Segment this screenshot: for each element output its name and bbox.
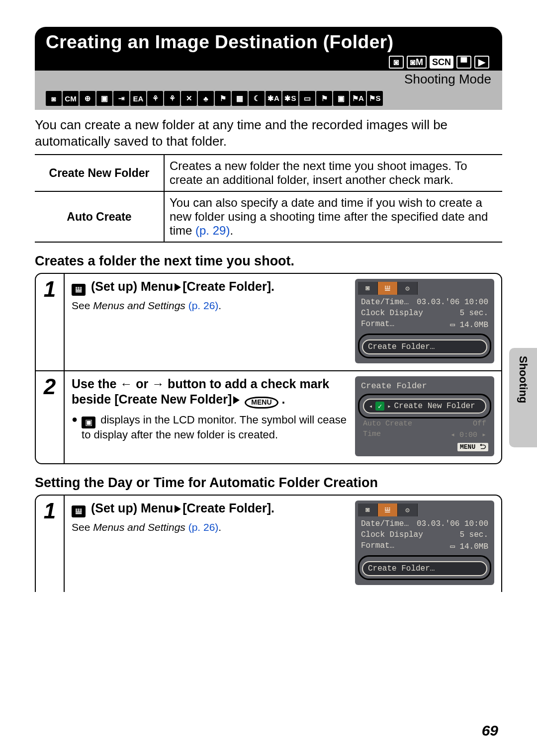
menu-button-icon: MENU [245,397,278,409]
step-title: 𝍎 (Set up) Menu[Create Folder]. [72,501,348,517]
strip-icon: ⚘ [147,91,163,106]
option-desc: You can also specify a date and time if … [164,191,502,242]
bullet-icon: ● [72,414,78,441]
steps-container: 1 𝍎 (Set up) Menu[Create Folder]. See Me… [35,273,502,464]
mode-badge-row: ◙ ◙M SCN ▀ ▶ [46,56,491,69]
right-arrow-icon: → [152,377,164,391]
strip-icon: CM [63,91,79,106]
options-table: Create New Folder Creates a new folder t… [35,154,502,243]
strip-icon: ⚘ [164,91,180,106]
strip-icon: ✱S [282,91,298,106]
strip-icon: ⊕ [80,91,95,106]
triangle-right-icon [175,283,181,291]
lcd-highlight-outline: ◂ ✓ ▸ Create New Folder [358,394,491,419]
strip-icon: ♣ [198,91,214,106]
mode-badge-movie-icon: ▀ [456,56,471,69]
menu-tag: MENU ⮌ [457,443,488,451]
page-header: Creating an Image Destination (Folder) ◙… [35,27,502,71]
table-row: Auto Create You can also specify a date … [35,191,502,242]
step-title: Use the ← or → button to add a check mar… [72,376,348,409]
strip-icon: ☾ [249,91,265,106]
strip-icon: ⚑ [316,91,332,106]
page-title: Creating an Image Destination (Folder) [46,32,491,53]
lcd-highlight-outline: Create Folder… [358,334,491,358]
mode-badge-camera-icon: ◙ [389,56,404,69]
lcd-selected-item: Create Folder… [362,561,487,576]
left-arrow-icon: ← [120,377,132,391]
strip-icon: EA [130,91,146,106]
lcd-tab-tools-icon: 𝍎 [378,282,398,295]
step-row: 1 𝍎 (Set up) Menu[Create Folder]. See Me… [36,274,501,370]
page-number: 69 [482,722,498,739]
step-row: 2 Use the ← or → button to add a check m… [36,370,501,463]
page-reference-link[interactable]: (p. 26) [185,300,219,311]
strip-icon: ▣ [333,91,349,106]
shooting-mode-icon-strip: ◙ CM ⊕ ▣ ⇥ EA ⚘ ⚘ ✕ ♣ ⚑ ▦ ☾ ✱A ✱S ▭ ⚑ ▣ … [35,89,502,110]
lcd-option-selected: ◂ ✓ ▸ Create New Folder [363,399,486,414]
step-note: See Menus and Settings (p. 26). [72,521,348,533]
step-bullet: ● ▣ displays in the LCD monitor. The sym… [72,414,348,441]
lcd-tab-camera-icon: ◙ [358,504,378,516]
mode-badge-scn: SCN [430,56,453,69]
strip-icon: ▣ [96,91,112,106]
strip-icon: ◙ [46,91,62,106]
page-reference-link[interactable]: (p. 26) [185,521,219,533]
new-folder-icon: ▣ [82,417,95,428]
strip-icon: ✕ [181,91,197,106]
step-number: 1 [36,496,65,592]
option-label: Create New Folder [35,155,164,191]
strip-icon: ▭ [299,91,315,106]
strip-icon: ✱A [266,91,281,106]
lcd-tab-gear-icon: ⚙ [398,282,418,295]
step-title: 𝍎 (Set up) Menu[Create Folder]. [72,279,348,296]
right-caret-icon: ▸ [387,403,391,410]
step-number: 2 [36,371,65,463]
lcd-screen-title: Create Folder [361,381,491,391]
option-label: Auto Create [35,191,164,242]
strip-icon: ⚑ [215,91,231,106]
checkmark-icon: ✓ [375,402,384,411]
section-heading: Creates a folder the next time you shoot… [35,253,502,269]
step-row: 1 𝍎 (Set up) Menu[Create Folder]. See Me… [36,496,501,592]
lcd-tab-camera-icon: ◙ [358,282,378,295]
step-number: 1 [36,274,65,370]
lcd-screenshot-setup: ◙ 𝍎 ⚙ Date/Time…03.03.'06 10:00 Clock Di… [355,501,494,585]
section-heading: Setting the Day or Time for Automatic Fo… [35,475,502,491]
lcd-highlight-outline: Create Folder… [358,555,491,580]
strip-icon: ▦ [232,91,248,106]
lcd-screenshot-create-folder: Create Folder ◂ ✓ ▸ Create New Folder Au… [355,376,494,456]
intro-text: You can create a new folder at any time … [35,117,502,149]
step-note: See Menus and Settings (p. 26). [72,300,348,312]
triangle-right-icon [175,505,181,513]
shooting-mode-label: Shooting Mode [35,71,502,89]
strip-icon: ⇥ [113,91,129,106]
lcd-selected-item: Create Folder… [362,339,487,354]
mode-badge-play-icon: ▶ [474,56,489,69]
lcd-tab-gear-icon: ⚙ [398,504,418,516]
page-reference-link[interactable]: (p. 29) [195,224,230,237]
strip-icon: ⚑A [350,91,366,106]
left-caret-icon: ◂ [369,403,372,410]
setup-tools-icon: 𝍎 [72,505,86,517]
table-row: Create New Folder Creates a new folder t… [35,155,502,191]
steps-container: 1 𝍎 (Set up) Menu[Create Folder]. See Me… [35,495,502,592]
setup-tools-icon: 𝍎 [72,284,86,296]
option-desc: Creates a new folder the next time you s… [164,155,502,191]
lcd-tab-tools-icon: 𝍎 [378,504,398,516]
mode-badge-camera-m-icon: ◙M [407,56,427,69]
strip-icon: ⚑S [367,91,383,106]
triangle-right-icon [233,396,240,404]
side-chapter-tab: Shooting [509,348,537,447]
lcd-screenshot-setup: ◙ 𝍎 ⚙ Date/Time…03.03.'06 10:00 Clock Di… [355,279,494,363]
